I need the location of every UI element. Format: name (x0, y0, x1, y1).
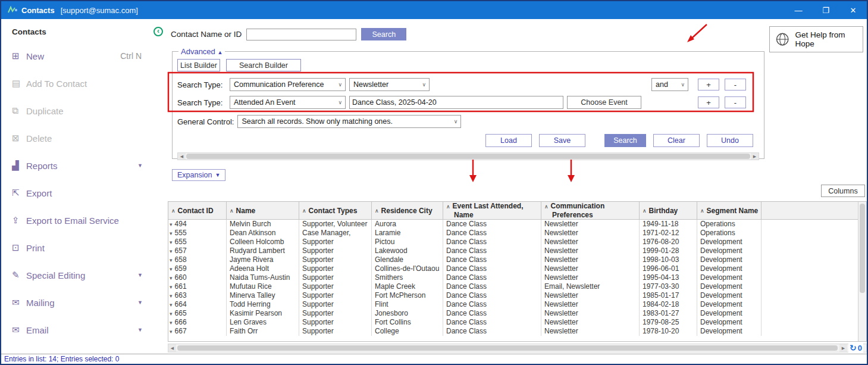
sidebar-item-print[interactable]: ⊡ Print (1, 234, 151, 261)
col-header-event-last-attended[interactable]: ∧Event Last Attended, Name (443, 202, 541, 219)
sidebar-item-reports[interactable]: ▟ Reports ▼ (1, 152, 151, 179)
add-criterion-button[interactable]: + (698, 79, 719, 91)
cell-name: Melvin Burch (227, 220, 299, 229)
search-builder-button[interactable]: Search Builder (226, 59, 301, 71)
cell-event: Dance Class (443, 238, 541, 247)
advanced-horizontal-scrollbar[interactable]: ◀ ▶ (177, 152, 759, 160)
row-expand-icon[interactable]: ▾ (170, 311, 173, 317)
table-row[interactable]: ▾661 Mufutau Rice Supporter Maple Creek … (168, 282, 858, 291)
advanced-search-panel: Advanced ▲ List Builder Search Builder S… (172, 47, 764, 159)
sidebar-item-new[interactable]: ⊞ New Ctrl N (1, 42, 151, 70)
general-control-label: General Control: (177, 117, 234, 126)
table-row[interactable]: ▾663 Minerva Talley Supporter Fort McPhe… (168, 291, 858, 300)
col-header-birthday[interactable]: ∧ Birthday (640, 202, 697, 219)
cell-contact-types: Supporter (299, 327, 372, 336)
row-expand-icon[interactable]: ▾ (170, 248, 173, 254)
remove-criterion-button[interactable]: - (725, 79, 746, 91)
sidebar-item-export[interactable]: ⇱ Export (1, 179, 151, 207)
get-help-button[interactable]: Get Help from Hope (769, 26, 863, 52)
sidebar-item-email[interactable]: ✉ Email ▼ (1, 316, 151, 344)
list-builder-button[interactable]: List Builder (177, 59, 220, 71)
table-row[interactable]: ▾555 Dean Atkinson Case Manager, Laramie… (168, 229, 858, 238)
sidebar-item-delete[interactable]: ⊠ Delete (1, 124, 151, 152)
sidebar-item-partial[interactable]: ▤ (1, 344, 151, 354)
row-expand-icon[interactable]: ▾ (170, 284, 173, 290)
cell-event: Dance Class (443, 220, 541, 229)
scroll-left-icon[interactable]: ◀ (178, 153, 186, 160)
load-button[interactable]: Load (485, 134, 532, 147)
clear-button[interactable]: Clear (653, 134, 700, 147)
remove-criterion-button[interactable]: - (725, 96, 746, 108)
row-expand-icon[interactable]: ▾ (170, 239, 173, 245)
sidebar-item-duplicate[interactable]: ⧉ Duplicate (1, 97, 151, 124)
scroll-left-icon[interactable]: ◀ (168, 344, 176, 352)
sidebar-item-special-editing[interactable]: ✎ Special Editing ▼ (1, 261, 151, 289)
row-expand-icon[interactable]: ▾ (170, 222, 173, 227)
name-search-input[interactable] (246, 29, 356, 40)
add-criterion-button[interactable]: + (698, 96, 719, 108)
col-header-residence-city[interactable]: ∧ Residence City (372, 202, 443, 219)
cell-segment: Development (697, 309, 762, 318)
search-type-select[interactable]: Attended An Event ∨ (230, 96, 346, 109)
minimize-button[interactable]: — (785, 1, 812, 19)
scrollbar-thumb[interactable] (186, 154, 750, 159)
columns-button[interactable]: Columns (821, 185, 865, 197)
row-expand-icon[interactable]: ▾ (170, 257, 173, 263)
advanced-search-button[interactable]: Search (604, 134, 646, 147)
sidebar-item-mailing[interactable]: ✉ Mailing ▼ (1, 289, 151, 316)
row-expand-icon[interactable]: ▾ (170, 320, 173, 326)
join-operator-select[interactable]: and ∨ (651, 78, 688, 91)
save-button[interactable]: Save (539, 134, 585, 147)
general-control-select[interactable]: Search all records. Show only matching o… (237, 115, 461, 128)
sidebar-item-label: Duplicate (26, 106, 64, 116)
undo-button[interactable]: Undo (707, 134, 753, 147)
sidebar-item-add-to-contact[interactable]: ▤ Add To Contact (1, 70, 151, 97)
event-value-input[interactable] (349, 96, 563, 109)
table-row[interactable]: ▾655 Colleen Holcomb Supporter Pictou Da… (168, 238, 858, 247)
table-vertical-scrollbar[interactable] (858, 202, 866, 341)
row-expand-icon[interactable]: ▾ (170, 275, 173, 281)
scrollbar-thumb[interactable] (860, 204, 865, 293)
chevron-down-icon: ▼ (137, 272, 151, 278)
background-tasks-badge[interactable]: ↻ 0 (848, 343, 863, 352)
scroll-right-icon[interactable]: ▶ (839, 344, 847, 352)
col-header-name[interactable]: ∧ Name (227, 202, 299, 219)
sort-asc-icon: ∧ (302, 208, 306, 214)
col-header-segment-name[interactable]: ∧ Segment Name (697, 202, 762, 219)
table-row[interactable]: ▾665 Kasimir Pearson Supporter Jonesboro… (168, 309, 858, 318)
table-row[interactable]: ▾494 Melvin Burch Supporter, Volunteer A… (168, 220, 858, 229)
table-row[interactable]: ▾659 Adeena Holt Supporter Collines-de-l… (168, 264, 858, 273)
scrollbar-thumb[interactable] (177, 345, 838, 351)
table-row[interactable]: ▾658 Jayme Rivera Supporter Glendale Dan… (168, 255, 858, 264)
close-button[interactable]: ✕ (839, 1, 867, 19)
table-row[interactable]: ▾666 Len Graves Supporter Fort Collins D… (168, 318, 858, 327)
row-expand-icon[interactable]: ▾ (170, 230, 173, 236)
table-row[interactable]: ▾667 Faith Orr Supporter College Dance C… (168, 327, 858, 336)
scroll-right-icon[interactable]: ▶ (751, 153, 759, 160)
choose-event-button[interactable]: Choose Event (567, 96, 641, 109)
advanced-toggle[interactable]: Advanced ▲ (178, 47, 225, 56)
cell-contact-id: ▾661 (168, 282, 227, 291)
table-row[interactable]: ▾660 Naida Tums-Austin Supporter Smither… (168, 273, 858, 282)
table-horizontal-scrollbar[interactable]: ◀ ▶ (168, 344, 867, 352)
contacts-window: Contacts [support@sumac.com] — ❐ ✕ Conta… (0, 0, 868, 365)
sidebar-item-export-to-email-service[interactable]: ⇪ Export to Email Service (1, 207, 151, 234)
collapse-sidebar-icon[interactable]: ‹ (153, 27, 163, 36)
expansion-button[interactable]: Expansion ▼ (172, 169, 225, 181)
row-expand-icon[interactable]: ▾ (170, 293, 173, 299)
quick-search-button[interactable]: Search (361, 28, 406, 40)
table-row[interactable]: ▾664 Todd Herring Supporter Flint Dance … (168, 300, 858, 309)
search-type-select[interactable]: Communication Preference ∨ (230, 78, 346, 91)
reports-icon: ▟ (12, 160, 26, 171)
cell-name: Faith Orr (227, 327, 299, 336)
comm-preference-value-select[interactable]: Newsletter ∨ (349, 78, 430, 91)
col-header-contact-types[interactable]: ∧ Contact Types (299, 202, 372, 219)
row-expand-icon[interactable]: ▾ (170, 302, 173, 308)
row-expand-icon[interactable]: ▾ (170, 329, 173, 335)
maximize-button[interactable]: ❐ (812, 1, 839, 19)
row-expand-icon[interactable]: ▾ (170, 266, 173, 272)
col-header-communication-preferences[interactable]: ∧Communication Preferences (541, 202, 640, 219)
cell-name: Adeena Holt (227, 264, 299, 273)
table-row[interactable]: ▾657 Rudyard Lambert Supporter Lakewood … (168, 247, 858, 255)
col-header-contact-id[interactable]: ∧ Contact ID (168, 202, 227, 219)
